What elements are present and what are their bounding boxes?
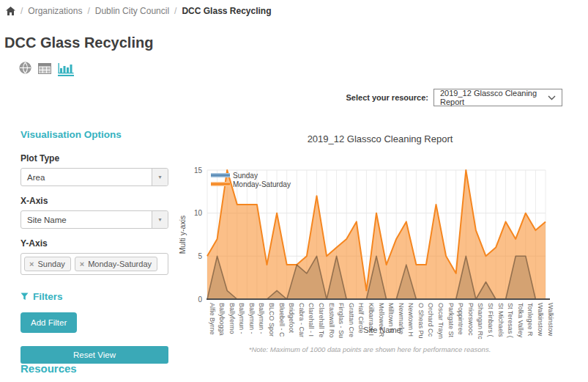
y-tick-label: 0 bbox=[198, 295, 202, 304]
breadcrumb-organizations[interactable]: Organizations bbox=[28, 6, 82, 16]
resource-select-value: 2019_12 Glassco Cleaning Report bbox=[440, 89, 548, 106]
resource-selector-label: Select your resource: bbox=[346, 93, 429, 102]
y-axis-tag-monday-saturday: × Monday-Saturday bbox=[75, 257, 157, 271]
x-tick-label: Walkinstow bbox=[547, 303, 554, 337]
x-tick-label: Ballybogga bbox=[218, 303, 226, 336]
x-axis-value: Site Name bbox=[27, 216, 67, 224]
plot-type-value: Area bbox=[27, 173, 45, 182]
x-tick-label: Poppintree bbox=[457, 303, 464, 335]
y-tick-label: 15 bbox=[194, 166, 203, 175]
x-axis-label: X-Axis bbox=[21, 196, 168, 206]
legend-label-monday-saturday: Monday-Saturday bbox=[233, 180, 291, 188]
select-arrow-icon: ▾ bbox=[152, 211, 168, 228]
home-icon[interactable] bbox=[6, 7, 15, 15]
chevron-down-icon bbox=[548, 95, 556, 100]
x-tick-label: Alfie Byrne bbox=[209, 303, 216, 335]
remove-tag-icon[interactable]: × bbox=[80, 260, 84, 268]
x-tick-label: Walkinstow bbox=[537, 303, 544, 337]
plot-type-label: Plot Type bbox=[21, 153, 168, 164]
y-axis-multiselect[interactable]: × Sunday × Monday-Saturday bbox=[21, 253, 168, 275]
x-tick-label: Grattan Cre bbox=[348, 303, 355, 337]
x-tick-label: Priorswooc bbox=[467, 303, 475, 336]
x-tick-label: Eastwall Ro bbox=[328, 303, 335, 338]
breadcrumb-current-page: DCC Glass Recycling bbox=[182, 6, 271, 16]
y-axis-label: Y-Axis bbox=[21, 238, 168, 249]
filter-funnel-icon bbox=[21, 293, 29, 301]
x-tick-label: Orchard Cc bbox=[427, 303, 434, 337]
bar-chart-icon[interactable] bbox=[58, 63, 74, 76]
resource-select[interactable]: 2019_12 Glassco Cleaning Report bbox=[433, 89, 562, 106]
remove-tag-icon[interactable]: × bbox=[29, 260, 34, 268]
breadcrumb: / Organizations / Dublin City Council / … bbox=[6, 6, 272, 16]
y-axis-tag-sunday: × Sunday bbox=[24, 257, 71, 271]
x-tick-label: Finglas - Su bbox=[338, 303, 345, 338]
reset-view-button[interactable]: Reset View bbox=[21, 346, 168, 364]
x-tick-label: Newtown H bbox=[407, 303, 414, 337]
x-tick-label: BLCO Spor bbox=[268, 303, 275, 337]
x-tick-label: Bridgefoot bbox=[288, 303, 295, 334]
breadcrumb-separator: / bbox=[21, 6, 23, 16]
x-tick-label: Shangan Rc bbox=[477, 303, 484, 339]
filters-heading: Filters bbox=[21, 291, 168, 302]
x-tick-label: Ballymun - bbox=[248, 303, 256, 334]
x-tick-label: Ballymun - bbox=[238, 303, 245, 334]
chart-title: 2019_12 Glassco Cleaning Report bbox=[176, 133, 584, 145]
resources-heading: Resources bbox=[21, 362, 77, 375]
x-tick-label: Ballyfermo bbox=[228, 303, 236, 334]
visualisation-options-panel: Visualisation Options Plot Type Area ▾ X… bbox=[21, 129, 168, 364]
x-tick-label: Ballymun - bbox=[258, 303, 265, 334]
x-tick-label: St Teresas ( bbox=[507, 303, 514, 338]
x-tick-label: Clarehall Te bbox=[318, 303, 325, 337]
add-filter-button[interactable]: Add Filter bbox=[21, 312, 77, 333]
visualisation-options-title: Visualisation Options bbox=[21, 129, 168, 140]
x-tick-label: Clarehall - I bbox=[308, 303, 315, 337]
chart-area[interactable]: 2019_12 Glassco Cleaning Report 051015Al… bbox=[176, 133, 584, 362]
filters-title: Filters bbox=[33, 291, 63, 302]
tag-label: Sunday bbox=[37, 260, 64, 268]
x-tick-label: O Sheas Pu bbox=[417, 303, 425, 339]
x-tick-label: St Finbars ( bbox=[487, 303, 494, 337]
legend-label-sunday: Sunday bbox=[233, 172, 258, 180]
x-tick-label: Oscar Trayn bbox=[437, 303, 444, 339]
table-grid-icon[interactable] bbox=[38, 63, 51, 76]
x-axis-title: Site Name bbox=[363, 326, 401, 334]
area-chart[interactable]: 051015Alfie ByrneBallyboggaBallyfermoBal… bbox=[176, 165, 584, 362]
select-arrow-icon: ▾ bbox=[152, 169, 168, 186]
tag-label: Monday-Saturday bbox=[88, 260, 152, 268]
view-switcher bbox=[19, 62, 74, 76]
globe-icon[interactable] bbox=[19, 62, 31, 76]
x-tick-label: Cabra - Car bbox=[298, 303, 305, 337]
breadcrumb-dublin-city-council[interactable]: Dublin City Council bbox=[95, 6, 169, 16]
x-tick-label: Bluebell - C bbox=[278, 303, 286, 337]
resource-selector-row: Select your resource: 2019_12 Glassco Cl… bbox=[0, 89, 562, 106]
y-tick-label: 5 bbox=[198, 252, 202, 260]
breadcrumb-separator: / bbox=[174, 6, 176, 16]
chart-note: *Note: Maximum of 1000 data points are s… bbox=[249, 345, 491, 353]
x-tick-label: Parkgate St bbox=[447, 303, 455, 338]
y-axis-title: Multi y-axis bbox=[178, 216, 187, 254]
x-axis-select[interactable]: Site Name ▾ bbox=[21, 210, 168, 229]
breadcrumb-separator: / bbox=[87, 6, 89, 16]
x-tick-label: St Michaels bbox=[497, 303, 505, 337]
plot-type-select[interactable]: Area ▾ bbox=[21, 168, 168, 186]
chart-legend: SundayMonday-Saturday bbox=[211, 172, 291, 188]
x-tick-label: Tolka Valley bbox=[517, 303, 524, 338]
page-title: DCC Glass Recycling bbox=[4, 34, 153, 51]
y-tick-label: 10 bbox=[194, 209, 203, 217]
x-tick-label: Tonlegee R bbox=[526, 303, 534, 337]
